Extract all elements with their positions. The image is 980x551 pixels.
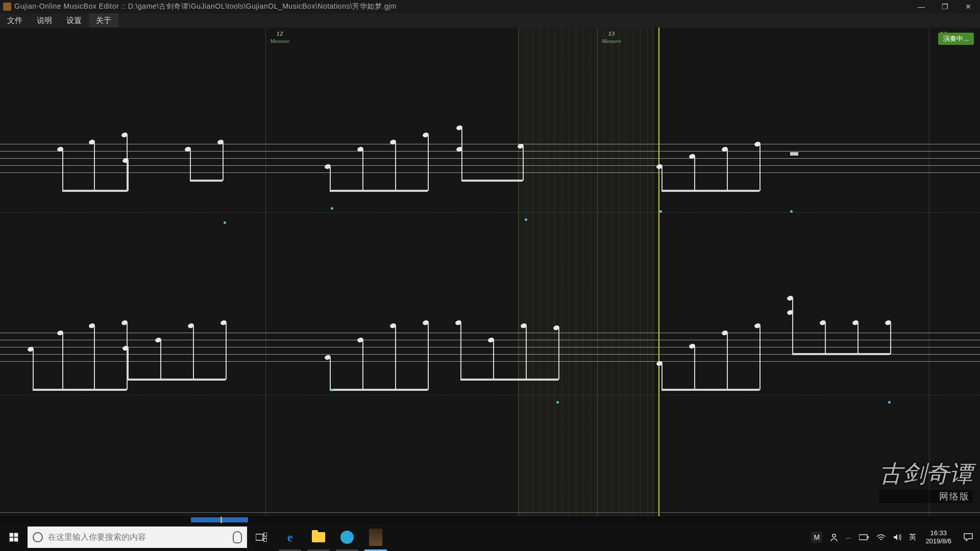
- taskbar-search[interactable]: [28, 527, 247, 548]
- system-tray: M ︿ 英: [807, 532, 920, 543]
- note-stem: [33, 349, 34, 390]
- menu-file[interactable]: 文件: [0, 13, 30, 28]
- volume-icon[interactable]: [893, 533, 902, 541]
- taskbar-app-blue[interactable]: [333, 523, 361, 551]
- velocity-marker[interactable]: [331, 207, 333, 210]
- taskbar: e M ︿ 英 16:332019/8/6: [0, 523, 980, 551]
- note-stem: [193, 325, 194, 380]
- svg-rect-8: [859, 535, 867, 540]
- circle-icon: [340, 531, 354, 544]
- score-canvas[interactable]: 12Measure 13Measure 14 演奏中... 古剑奇谭 网络版: [0, 28, 980, 523]
- scrollbar-thumb[interactable]: [191, 517, 248, 522]
- velocity-marker[interactable]: [525, 218, 527, 221]
- note-stem: [362, 149, 363, 191]
- svg-rect-3: [14, 538, 18, 542]
- velocity-marker[interactable]: [224, 221, 226, 224]
- note-beam: [460, 379, 558, 381]
- ime-language[interactable]: 英: [909, 533, 916, 542]
- note-stem: [362, 340, 363, 390]
- note-stem: [662, 363, 663, 390]
- menu-settings[interactable]: 设置: [59, 13, 89, 28]
- svg-point-7: [832, 534, 836, 537]
- note-beam: [62, 190, 128, 192]
- note-stem: [493, 340, 494, 380]
- note-beam: [330, 190, 428, 192]
- windows-icon: [9, 532, 19, 542]
- svg-rect-0: [10, 533, 14, 537]
- battery-icon[interactable]: [859, 534, 869, 541]
- note-stem: [160, 340, 161, 380]
- note-stem: [395, 325, 396, 390]
- note-stem: [760, 144, 761, 191]
- ime-mode[interactable]: M: [811, 532, 822, 543]
- taskbar-app-musicbox[interactable]: [361, 523, 390, 551]
- taskbar-app-edge[interactable]: e: [276, 523, 304, 551]
- notification-icon: [963, 533, 973, 542]
- notes-layer: [0, 28, 980, 523]
- note-stem: [694, 346, 695, 390]
- velocity-marker[interactable]: [888, 401, 891, 404]
- note-stem: [792, 312, 793, 354]
- note-beam: [330, 389, 428, 391]
- watermark: 古剑奇谭 网络版: [879, 458, 973, 503]
- svg-rect-6: [264, 538, 267, 542]
- people-icon[interactable]: [829, 533, 839, 542]
- note-stem: [190, 149, 191, 181]
- note-stem: [662, 166, 663, 191]
- note-beam: [33, 389, 127, 391]
- tray-chevron-icon[interactable]: ︿: [846, 533, 852, 542]
- svg-rect-9: [868, 536, 869, 538]
- note-stem: [526, 325, 527, 380]
- horizontal-scrollbar[interactable]: [0, 516, 980, 523]
- note-beam: [128, 379, 226, 381]
- velocity-marker[interactable]: [331, 389, 333, 391]
- menu-bar: 文件 说明 设置 关于: [0, 13, 980, 28]
- note-stem: [890, 322, 891, 354]
- app-icon: [3, 3, 11, 11]
- note-stem: [760, 325, 761, 390]
- note-stem: [94, 142, 95, 191]
- note-beam: [461, 180, 523, 182]
- wifi-icon[interactable]: [876, 534, 886, 541]
- action-center-button[interactable]: [957, 523, 980, 551]
- note-stem: [558, 328, 559, 380]
- note-stem: [226, 322, 227, 380]
- title-bar: Gujian-Online MusicBox Editor :: D:\game…: [0, 0, 980, 13]
- note-stem: [857, 322, 859, 354]
- menu-help[interactable]: 说明: [30, 13, 59, 28]
- taskbar-clock[interactable]: 16:332019/8/6: [920, 529, 957, 546]
- search-input[interactable]: [48, 533, 233, 542]
- note-beam: [662, 389, 760, 391]
- note-stem: [694, 156, 695, 191]
- note-stem: [428, 322, 429, 390]
- note-stem: [727, 333, 728, 390]
- task-view-button[interactable]: [247, 523, 276, 551]
- note-stem: [727, 149, 728, 191]
- note-stem: [825, 322, 826, 354]
- svg-rect-2: [10, 538, 14, 542]
- note-beam: [190, 180, 223, 182]
- note-stem: [62, 333, 63, 390]
- cortana-icon: [33, 532, 43, 542]
- note-stem: [94, 325, 95, 390]
- scrollbar-playhead-marker: [220, 517, 222, 523]
- velocity-marker[interactable]: [556, 401, 559, 404]
- velocity-marker[interactable]: [790, 210, 793, 213]
- minimize-button[interactable]: —: [910, 0, 933, 13]
- mic-icon[interactable]: [233, 531, 242, 543]
- close-button[interactable]: ✕: [957, 0, 980, 13]
- note-stem: [330, 166, 331, 191]
- velocity-marker[interactable]: [659, 210, 662, 213]
- folder-icon: [312, 532, 325, 542]
- note-stem: [428, 135, 429, 191]
- note-beam: [792, 353, 890, 355]
- note-stem: [128, 348, 129, 380]
- note-beam: [662, 190, 760, 192]
- maximize-button[interactable]: ❐: [933, 0, 957, 13]
- start-button[interactable]: [0, 523, 28, 551]
- svg-rect-4: [256, 534, 263, 540]
- note-stem: [223, 142, 224, 181]
- menu-about[interactable]: 关于: [89, 13, 118, 28]
- svg-rect-1: [14, 533, 18, 537]
- taskbar-app-explorer[interactable]: [304, 523, 333, 551]
